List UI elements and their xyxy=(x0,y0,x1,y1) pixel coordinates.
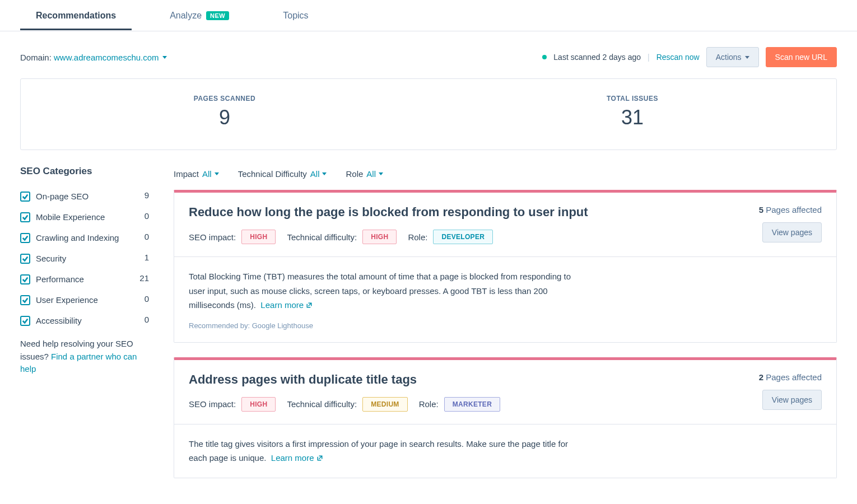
view-pages-label: View pages xyxy=(772,228,812,237)
category-count: 0 xyxy=(145,232,149,241)
difficulty-tag: MEDIUM xyxy=(362,397,407,412)
category-item-security[interactable]: Security 1 xyxy=(20,248,149,269)
domain-label: Domain: xyxy=(20,53,52,62)
tab-label: Analyze xyxy=(170,11,202,21)
last-scanned-text: Last scanned 2 days ago xyxy=(553,53,641,62)
seo-impact-label: SEO impact: xyxy=(189,399,236,409)
category-item-crawling[interactable]: Crawling and Indexing 0 xyxy=(20,227,149,248)
role-label: Role: xyxy=(408,232,427,242)
tab-recommendations[interactable]: Recommendations xyxy=(20,1,132,30)
category-label: Accessibility xyxy=(36,315,82,326)
affected-text: Pages affected xyxy=(766,372,822,382)
category-item-accessibility[interactable]: Accessibility 0 xyxy=(20,310,149,331)
learn-more-link[interactable]: Learn more xyxy=(260,298,313,312)
domain-value: www.adreamcomeschu.com xyxy=(54,53,159,62)
learn-more-text: Learn more xyxy=(271,451,314,465)
actions-button[interactable]: Actions xyxy=(706,47,759,67)
issue-right: 5 Pages affected View pages xyxy=(759,205,822,242)
seo-impact-tag: HIGH xyxy=(241,230,276,244)
scan-new-url-button[interactable]: Scan new URL xyxy=(766,47,837,67)
help-text: Need help resolving your SEO issues? Fin… xyxy=(20,338,149,376)
category-item-mobile[interactable]: Mobile Experience 0 xyxy=(20,207,149,227)
chevron-down-icon xyxy=(162,56,167,59)
checkbox-icon[interactable] xyxy=(20,316,30,326)
filter-label: Role xyxy=(346,169,363,179)
scan-label: Scan new URL xyxy=(775,53,827,62)
pages-scanned-block: PAGES SCANNED 9 xyxy=(21,95,428,129)
status-dot-icon xyxy=(542,55,547,59)
category-count: 0 xyxy=(145,315,149,324)
filter-role[interactable]: Role All xyxy=(346,169,383,179)
total-issues-value: 31 xyxy=(428,106,836,129)
filter-value: All xyxy=(310,169,320,179)
pages-scanned-value: 9 xyxy=(21,106,428,129)
domain-dropdown[interactable]: www.adreamcomeschu.com xyxy=(54,53,167,62)
issue-description: Total Blocking Time (TBT) measures the t… xyxy=(189,269,581,312)
role-tag: DEVELOPER xyxy=(433,230,493,244)
total-issues-label: TOTAL ISSUES xyxy=(428,95,836,102)
top-row: Domain: www.adreamcomeschu.com Last scan… xyxy=(0,31,857,78)
issue-head: Address pages with duplicate title tags … xyxy=(174,360,836,424)
affected-text: Pages affected xyxy=(766,205,822,214)
domain-block: Domain: www.adreamcomeschu.com xyxy=(20,53,167,62)
tag-row: SEO impact: HIGH Technical difficulty: H… xyxy=(189,230,588,244)
learn-more-link[interactable]: Learn more xyxy=(271,451,323,465)
issue-card: Reduce how long the page is blocked from… xyxy=(174,190,837,343)
category-count: 0 xyxy=(145,211,149,221)
checkbox-icon[interactable] xyxy=(20,233,30,243)
category-count: 9 xyxy=(145,190,149,200)
category-label: User Experience xyxy=(36,294,98,306)
recommended-by: Recommended by: Google Lighthouse xyxy=(189,321,822,330)
issue-title: Address pages with duplicate title tags xyxy=(189,372,500,387)
affected-count: 2 xyxy=(759,372,763,382)
view-pages-button[interactable]: View pages xyxy=(762,390,822,410)
filter-impact[interactable]: Impact All xyxy=(174,169,219,179)
category-item-ux[interactable]: User Experience 0 xyxy=(20,290,149,310)
category-item-performance[interactable]: Performance 21 xyxy=(20,269,149,290)
rescan-link[interactable]: Rescan now xyxy=(656,53,700,62)
main-tabs: Recommendations Analyze NEW Topics xyxy=(0,0,857,31)
filter-label: Impact xyxy=(174,169,199,179)
category-count: 1 xyxy=(145,253,149,262)
chevron-down-icon xyxy=(322,172,327,175)
summary-card: PAGES SCANNED 9 TOTAL ISSUES 31 xyxy=(20,78,837,150)
checkbox-icon[interactable] xyxy=(20,192,30,202)
pages-affected: 2 Pages affected xyxy=(759,372,822,382)
issue-card: Address pages with duplicate title tags … xyxy=(174,357,837,478)
tab-analyze[interactable]: Analyze NEW xyxy=(154,1,245,30)
affected-count: 5 xyxy=(759,205,763,214)
sidebar-heading: SEO Categories xyxy=(20,166,149,177)
filter-difficulty[interactable]: Technical Difficulty All xyxy=(238,169,327,179)
issue-body: The title tag gives visitors a first imp… xyxy=(174,424,836,478)
issue-desc-text: Total Blocking Time (TBT) measures the t… xyxy=(189,272,571,310)
checkbox-icon[interactable] xyxy=(20,254,30,264)
issue-description: The title tag gives visitors a first imp… xyxy=(189,437,581,465)
view-pages-button[interactable]: View pages xyxy=(762,222,822,242)
learn-more-text: Learn more xyxy=(260,298,304,312)
checkbox-icon[interactable] xyxy=(20,212,30,222)
filter-value: All xyxy=(366,169,376,179)
separator: | xyxy=(648,53,650,62)
category-count: 21 xyxy=(139,273,149,283)
pages-affected: 5 Pages affected xyxy=(759,205,822,214)
tab-label: Recommendations xyxy=(36,11,116,21)
pages-scanned-label: PAGES SCANNED xyxy=(21,95,428,102)
content-row: SEO Categories On-page SEO 9 Mobile Expe… xyxy=(0,166,857,493)
role-label: Role: xyxy=(419,399,439,409)
top-right: Last scanned 2 days ago | Rescan now Act… xyxy=(542,47,837,67)
category-item-onpage[interactable]: On-page SEO 9 xyxy=(20,186,149,207)
category-count: 0 xyxy=(145,294,149,304)
filter-bar: Impact All Technical Difficulty All Role… xyxy=(174,166,837,190)
difficulty-label: Technical difficulty: xyxy=(287,399,357,409)
seo-impact-label: SEO impact: xyxy=(189,232,236,242)
category-label: Security xyxy=(36,253,66,264)
category-label: Performance xyxy=(36,273,84,285)
category-label: Crawling and Indexing xyxy=(36,232,119,244)
filter-label: Technical Difficulty xyxy=(238,169,307,179)
chevron-down-icon xyxy=(215,172,219,175)
tab-topics[interactable]: Topics xyxy=(267,1,324,30)
checkbox-icon[interactable] xyxy=(20,274,30,284)
checkbox-icon[interactable] xyxy=(20,295,30,305)
difficulty-label: Technical difficulty: xyxy=(287,232,357,242)
difficulty-tag: HIGH xyxy=(362,230,397,244)
